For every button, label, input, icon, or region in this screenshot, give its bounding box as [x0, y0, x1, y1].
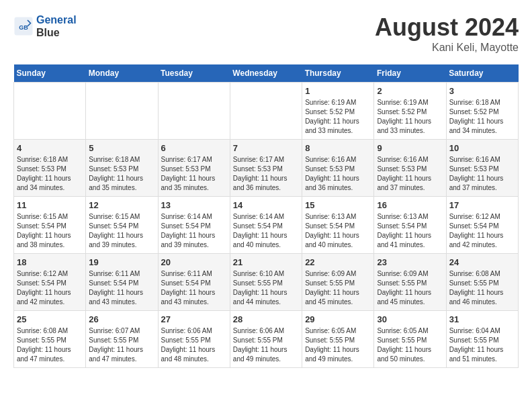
day-number: 1 — [305, 86, 371, 96]
weekday-header-row: SundayMondayTuesdayWednesdayThursdayFrid… — [14, 64, 519, 83]
day-number: 29 — [305, 314, 371, 324]
calendar-cell: 31Sunrise: 6:04 AM Sunset: 5:55 PM Dayli… — [446, 311, 518, 368]
day-number: 28 — [233, 314, 299, 324]
day-number: 30 — [377, 314, 443, 324]
calendar-cell: 25Sunrise: 6:08 AM Sunset: 5:55 PM Dayli… — [14, 311, 86, 368]
calendar-cell: 3Sunrise: 6:18 AM Sunset: 5:52 PM Daylig… — [446, 83, 518, 140]
calendar-table: SundayMondayTuesdayWednesdayThursdayFrid… — [13, 64, 519, 368]
calendar-cell: 21Sunrise: 6:10 AM Sunset: 5:55 PM Dayli… — [230, 254, 302, 311]
day-info: Sunrise: 6:05 AM Sunset: 5:55 PM Dayligh… — [377, 326, 443, 364]
day-number: 17 — [449, 200, 515, 210]
day-info: Sunrise: 6:17 AM Sunset: 5:53 PM Dayligh… — [233, 155, 299, 193]
logo-text: General Blue — [36, 13, 77, 39]
calendar-cell: 1Sunrise: 6:19 AM Sunset: 5:52 PM Daylig… — [302, 83, 374, 140]
calendar-cell: 9Sunrise: 6:16 AM Sunset: 5:53 PM Daylig… — [374, 140, 446, 197]
calendar-cell: 18Sunrise: 6:12 AM Sunset: 5:54 PM Dayli… — [14, 254, 86, 311]
calendar-cell: 29Sunrise: 6:05 AM Sunset: 5:55 PM Dayli… — [302, 311, 374, 368]
day-info: Sunrise: 6:16 AM Sunset: 5:53 PM Dayligh… — [449, 155, 515, 193]
weekday-header-tuesday: Tuesday — [158, 64, 230, 83]
day-info: Sunrise: 6:08 AM Sunset: 5:55 PM Dayligh… — [17, 326, 83, 364]
calendar-cell: 13Sunrise: 6:14 AM Sunset: 5:54 PM Dayli… — [158, 197, 230, 254]
calendar-cell: 28Sunrise: 6:06 AM Sunset: 5:55 PM Dayli… — [230, 311, 302, 368]
svg-text:GB: GB — [19, 24, 28, 31]
calendar-cell: 24Sunrise: 6:08 AM Sunset: 5:55 PM Dayli… — [446, 254, 518, 311]
weekday-header-friday: Friday — [374, 64, 446, 83]
subtitle: Kani Keli, Mayotte — [375, 42, 519, 54]
day-number: 3 — [449, 86, 515, 96]
calendar-cell: 15Sunrise: 6:13 AM Sunset: 5:54 PM Dayli… — [302, 197, 374, 254]
day-number: 19 — [89, 257, 154, 267]
day-number: 4 — [17, 143, 83, 153]
weekday-header-saturday: Saturday — [446, 64, 518, 83]
calendar-cell: 23Sunrise: 6:09 AM Sunset: 5:55 PM Dayli… — [374, 254, 446, 311]
calendar-cell: 20Sunrise: 6:11 AM Sunset: 5:54 PM Dayli… — [158, 254, 230, 311]
day-info: Sunrise: 6:16 AM Sunset: 5:53 PM Dayligh… — [377, 155, 443, 193]
day-number: 16 — [377, 200, 443, 210]
day-info: Sunrise: 6:18 AM Sunset: 5:53 PM Dayligh… — [89, 155, 154, 193]
calendar-cell — [158, 83, 230, 140]
day-number: 22 — [305, 257, 371, 267]
day-info: Sunrise: 6:13 AM Sunset: 5:54 PM Dayligh… — [377, 212, 443, 250]
calendar-cell — [230, 83, 302, 140]
day-number: 15 — [305, 200, 371, 210]
calendar-cell: 12Sunrise: 6:15 AM Sunset: 5:54 PM Dayli… — [86, 197, 158, 254]
day-info: Sunrise: 6:09 AM Sunset: 5:55 PM Dayligh… — [305, 269, 371, 307]
day-number: 10 — [449, 143, 515, 153]
day-info: Sunrise: 6:12 AM Sunset: 5:54 PM Dayligh… — [449, 212, 515, 250]
day-info: Sunrise: 6:11 AM Sunset: 5:54 PM Dayligh… — [161, 269, 227, 307]
day-number: 9 — [377, 143, 443, 153]
calendar-cell: 19Sunrise: 6:11 AM Sunset: 5:54 PM Dayli… — [86, 254, 158, 311]
calendar-cell: 4Sunrise: 6:18 AM Sunset: 5:53 PM Daylig… — [14, 140, 86, 197]
calendar-cell — [14, 83, 86, 140]
calendar-cell: 27Sunrise: 6:06 AM Sunset: 5:55 PM Dayli… — [158, 311, 230, 368]
title-block: August 2024 Kani Keli, Mayotte — [375, 13, 519, 54]
day-number: 18 — [17, 257, 83, 267]
day-info: Sunrise: 6:11 AM Sunset: 5:54 PM Dayligh… — [89, 269, 154, 307]
day-number: 13 — [161, 200, 227, 210]
calendar-cell: 30Sunrise: 6:05 AM Sunset: 5:55 PM Dayli… — [374, 311, 446, 368]
day-number: 31 — [449, 314, 515, 324]
day-number: 26 — [89, 314, 154, 324]
day-info: Sunrise: 6:15 AM Sunset: 5:54 PM Dayligh… — [17, 212, 83, 250]
day-number: 7 — [233, 143, 299, 153]
calendar-cell — [86, 83, 158, 140]
day-info: Sunrise: 6:19 AM Sunset: 5:52 PM Dayligh… — [305, 98, 371, 136]
day-info: Sunrise: 6:06 AM Sunset: 5:55 PM Dayligh… — [233, 326, 299, 364]
weekday-header-wednesday: Wednesday — [230, 64, 302, 83]
day-info: Sunrise: 6:09 AM Sunset: 5:55 PM Dayligh… — [377, 269, 443, 307]
main-title: August 2024 — [375, 13, 519, 42]
calendar-week-4: 25Sunrise: 6:08 AM Sunset: 5:55 PM Dayli… — [14, 311, 519, 368]
day-info: Sunrise: 6:16 AM Sunset: 5:53 PM Dayligh… — [305, 155, 371, 193]
day-info: Sunrise: 6:10 AM Sunset: 5:55 PM Dayligh… — [233, 269, 299, 307]
day-number: 8 — [305, 143, 371, 153]
calendar-cell: 22Sunrise: 6:09 AM Sunset: 5:55 PM Dayli… — [302, 254, 374, 311]
calendar-week-3: 18Sunrise: 6:12 AM Sunset: 5:54 PM Dayli… — [14, 254, 519, 311]
calendar-cell: 10Sunrise: 6:16 AM Sunset: 5:53 PM Dayli… — [446, 140, 518, 197]
calendar-cell: 6Sunrise: 6:17 AM Sunset: 5:53 PM Daylig… — [158, 140, 230, 197]
logo: GB General Blue — [13, 13, 77, 39]
page-container: GB General Blue August 2024 Kani Keli, M… — [13, 13, 519, 368]
day-info: Sunrise: 6:06 AM Sunset: 5:55 PM Dayligh… — [161, 326, 227, 364]
calendar-week-1: 4Sunrise: 6:18 AM Sunset: 5:53 PM Daylig… — [14, 140, 519, 197]
day-info: Sunrise: 6:05 AM Sunset: 5:55 PM Dayligh… — [305, 326, 371, 364]
calendar-cell: 5Sunrise: 6:18 AM Sunset: 5:53 PM Daylig… — [86, 140, 158, 197]
day-number: 25 — [17, 314, 83, 324]
day-number: 11 — [17, 200, 83, 210]
weekday-header-sunday: Sunday — [14, 64, 86, 83]
calendar-week-2: 11Sunrise: 6:15 AM Sunset: 5:54 PM Dayli… — [14, 197, 519, 254]
day-number: 14 — [233, 200, 299, 210]
day-number: 2 — [377, 86, 443, 96]
calendar-cell: 16Sunrise: 6:13 AM Sunset: 5:54 PM Dayli… — [374, 197, 446, 254]
logo-line1: General — [36, 14, 77, 26]
day-info: Sunrise: 6:17 AM Sunset: 5:53 PM Dayligh… — [161, 155, 227, 193]
day-number: 21 — [233, 257, 299, 267]
day-number: 5 — [89, 143, 154, 153]
calendar-cell: 26Sunrise: 6:07 AM Sunset: 5:55 PM Dayli… — [86, 311, 158, 368]
calendar-cell: 11Sunrise: 6:15 AM Sunset: 5:54 PM Dayli… — [14, 197, 86, 254]
day-info: Sunrise: 6:04 AM Sunset: 5:55 PM Dayligh… — [449, 326, 515, 364]
day-info: Sunrise: 6:14 AM Sunset: 5:54 PM Dayligh… — [161, 212, 227, 250]
day-info: Sunrise: 6:18 AM Sunset: 5:52 PM Dayligh… — [449, 98, 515, 136]
day-number: 24 — [449, 257, 515, 267]
calendar-cell: 7Sunrise: 6:17 AM Sunset: 5:53 PM Daylig… — [230, 140, 302, 197]
calendar-cell: 14Sunrise: 6:14 AM Sunset: 5:54 PM Dayli… — [230, 197, 302, 254]
